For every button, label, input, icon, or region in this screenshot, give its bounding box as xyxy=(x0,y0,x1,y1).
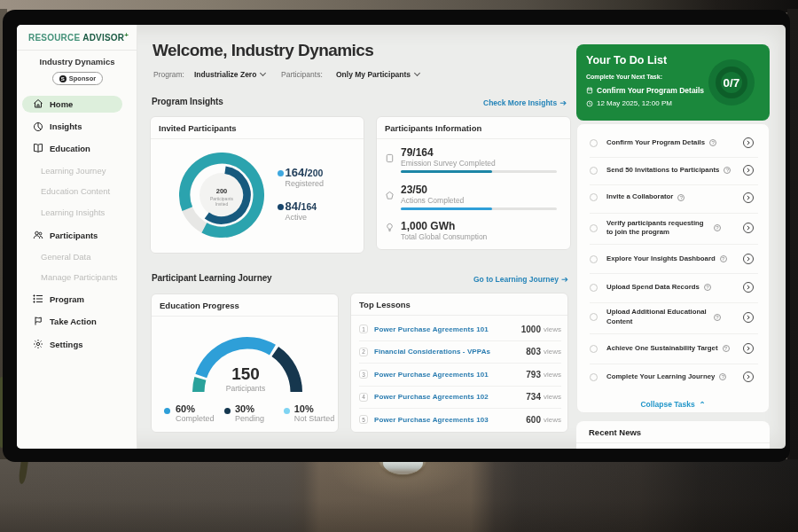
svg-text:Invited: Invited xyxy=(215,201,228,207)
svg-text:200: 200 xyxy=(215,186,227,194)
